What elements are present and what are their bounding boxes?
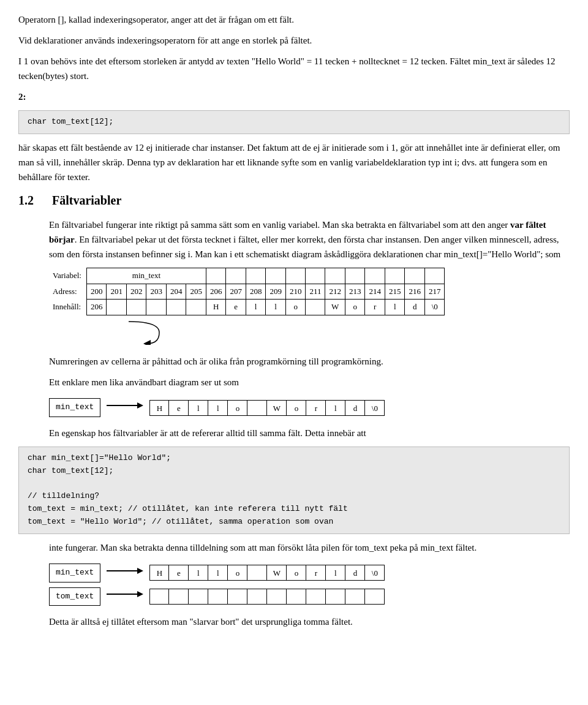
paragraph-3: I 1 ovan behövs inte det eftersom storle… bbox=[18, 54, 570, 83]
code-block-2: char min_text[]="Hello World"; char tom_… bbox=[18, 447, 570, 534]
curve-arrow bbox=[49, 320, 570, 349]
paragraph-6: Numreringen av cellerna är påhittad och … bbox=[49, 354, 570, 369]
memory-cells-3 bbox=[149, 589, 385, 605]
section-header: 1.2 Fältvariabler bbox=[18, 190, 570, 210]
table-row-variabel: Variabel: min_text bbox=[49, 268, 445, 284]
paragraph-4: här skapas ett fält bestående av 12 ej i… bbox=[18, 140, 570, 184]
svg-marker-1 bbox=[137, 402, 143, 409]
svg-marker-5 bbox=[137, 591, 143, 597]
table-label-adress: Adress: bbox=[49, 284, 86, 300]
memory-cells-2: H e l l o W o r l d \0 bbox=[149, 565, 385, 581]
code-block-1: char tom_text[12]; bbox=[18, 110, 570, 134]
paragraph-5: En fältvariabel fungerar inte riktigt på… bbox=[49, 217, 570, 262]
table-label-innehall: Innehåll: bbox=[49, 300, 86, 315]
section-number: 1.2 bbox=[18, 190, 34, 210]
table-row-innehall: Innehåll: 206 H e l l o W o r l d \0 bbox=[49, 300, 445, 315]
tom-text-box: tom_text bbox=[49, 587, 100, 606]
memory-cells-1: H e l l o W o r l d \0 bbox=[149, 400, 385, 416]
table-row-adress: Adress: 200 201 202 203 204 205 206 207 … bbox=[49, 284, 445, 300]
min-text-box-1: min_text bbox=[49, 398, 100, 417]
arrow-icon-1 bbox=[107, 399, 143, 416]
arrow-icon-3 bbox=[107, 588, 143, 605]
svg-marker-3 bbox=[137, 568, 143, 574]
arrow-icon-2 bbox=[107, 565, 143, 581]
section-title-text: Fältvariabler bbox=[52, 190, 121, 210]
two-box-diagram: min_text H e l l o W o r bbox=[49, 564, 570, 606]
table-label-variabel: Variabel: bbox=[49, 268, 86, 284]
memory-table: Variabel: min_text Adress: 200 201 202 2… bbox=[49, 268, 445, 315]
paragraph-2: Vid deklarationer används indexeringsope… bbox=[18, 33, 570, 48]
arrow-diagram-1: min_text H e l l o W o r l d \0 bbox=[49, 398, 570, 417]
paragraph-8: En egenskap hos fältvariabler är att de … bbox=[49, 426, 570, 440]
min-text-box-2: min_text bbox=[49, 564, 100, 582]
code-label-2: 2: bbox=[18, 92, 26, 102]
paragraph-1: Operatorn [], kallad indexeringsoperator… bbox=[18, 12, 570, 27]
paragraph-10: Detta är alltså ej tillåtet eftersom man… bbox=[49, 614, 570, 629]
paragraph-7: Ett enklare men lika användbart diagram … bbox=[49, 375, 570, 390]
paragraph-9: inte fungerar. Man ska betrakta denna ti… bbox=[49, 540, 570, 555]
